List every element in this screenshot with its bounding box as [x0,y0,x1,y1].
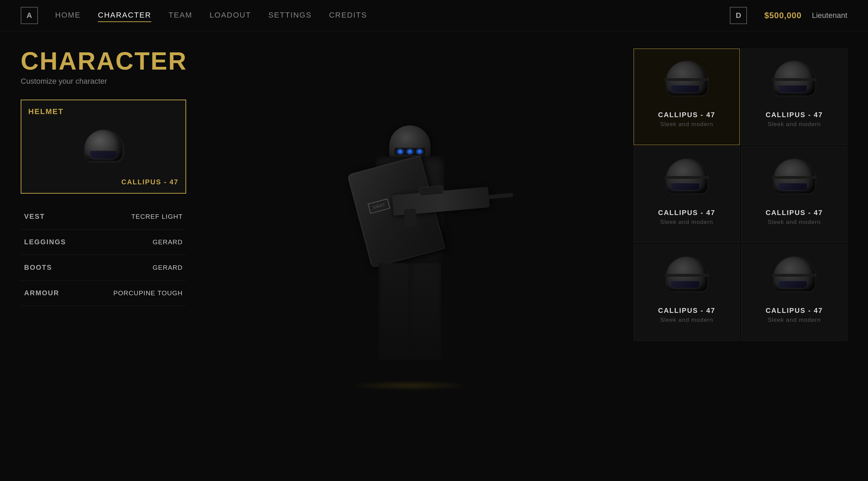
nav-item-character[interactable]: CHARACTER [98,9,151,22]
item-card-5[interactable]: CALLIPUS - 47 Sleek and modern [741,244,847,341]
helmet-label: HELMET [28,107,179,116]
item-helm-visor-4 [670,281,700,288]
item-helm-band-2 [664,176,709,179]
nvg-lens-2 [406,149,414,155]
nav-icon-d[interactable]: D [730,7,747,24]
char-legs [379,263,441,360]
item-helmet-visual-5 [768,255,820,300]
item-helm-visor-1 [778,85,807,93]
item-name-4: CALLIPUS - 47 [658,307,715,315]
item-card-4[interactable]: CALLIPUS - 47 Sleek and modern [634,244,740,341]
helmet-visor [90,151,117,159]
char-helmet [389,125,431,160]
gear-vest-value: TECREF LIGHT [131,213,183,221]
item-helm-band-5 [772,274,817,277]
item-helm-band-0 [664,78,709,81]
helmet-visual [28,120,179,175]
page-title: CHARACTER [21,49,186,73]
shield-logo: SWAT [368,198,391,214]
rifle-scope [419,185,444,196]
gear-leggings-value: GERARD [153,238,183,246]
gear-vest-label: VEST [24,213,45,221]
item-desc-0: Sleek and modern [660,121,713,128]
left-panel: CHARACTER Customize your character HELME… [21,49,186,464]
nav-credits: $500,000 [764,11,801,20]
gear-item-boots[interactable]: BOOTS GERARD [21,255,186,280]
item-helm-band-4 [664,274,709,277]
item-helm-band-1 [772,78,817,81]
gear-item-armour[interactable]: ARMOUR PORCUPINE TOUGH [21,280,186,306]
gear-armour-value: PORCUPINE TOUGH [113,289,183,297]
item-desc-5: Sleek and modern [768,317,821,324]
page-subtitle: Customize your character [21,77,186,86]
right-panel: CALLIPUS - 47 Sleek and modern CALLIPUS … [634,49,847,464]
nav-rank: Lieutenant [812,11,847,20]
item-helmet-visual-2 [661,157,713,202]
nav-item-team[interactable]: TEAM [169,9,192,22]
helmet-card[interactable]: HELMET CALLIPUS - 47 [21,100,186,194]
gear-armour-label: ARMOUR [24,289,59,297]
char-leg-left [382,263,407,360]
item-name-0: CALLIPUS - 47 [658,111,715,119]
character-preview-panel: SWAT [200,49,620,464]
gear-item-leggings[interactable]: LEGGINGS GERARD [21,229,186,255]
nav-item-loadout[interactable]: LOADOUT [210,9,251,22]
item-card-0[interactable]: CALLIPUS - 47 Sleek and modern [634,49,740,145]
gear-list: VEST TECREF LIGHT LEGGINGS GERARD BOOTS … [21,204,186,306]
gear-leggings-label: LEGGINGS [24,238,66,246]
ground-glow [350,380,470,391]
rifle-grip [404,208,417,227]
item-helm-visor-3 [778,183,807,191]
item-name-3: CALLIPUS - 47 [766,209,823,217]
gear-boots-value: GERARD [153,264,183,272]
helmet-3d-model [81,128,126,166]
nav-item-settings[interactable]: SETTINGS [268,9,312,22]
nav-items: HOME CHARACTER TEAM LOADOUT SETTINGS CRE… [55,9,713,22]
item-card-3[interactable]: CALLIPUS - 47 Sleek and modern [741,146,847,243]
nav-item-credits[interactable]: CREDITS [329,9,367,22]
nvg-lens-3 [416,149,423,155]
item-desc-2: Sleek and modern [660,219,713,226]
helmet-name: CALLIPUS - 47 [28,178,179,186]
item-name-1: CALLIPUS - 47 [766,111,823,119]
item-card-1[interactable]: CALLIPUS - 47 Sleek and modern [741,49,847,145]
items-grid: CALLIPUS - 47 Sleek and modern CALLIPUS … [634,49,847,341]
item-name-2: CALLIPUS - 47 [658,209,715,217]
item-helm-visor-0 [670,85,700,93]
navigation: A HOME CHARACTER TEAM LOADOUT SETTINGS C… [0,0,868,31]
char-leg-right [413,263,438,360]
character-figure: SWAT [337,115,482,398]
char-nvg [394,148,425,155]
item-helmet-visual-4 [661,255,713,300]
gear-boots-label: BOOTS [24,264,52,272]
item-name-5: CALLIPUS - 47 [766,307,823,315]
item-helmet-visual-1 [768,59,820,104]
rifle-barrel [485,193,513,199]
item-helm-band-3 [772,176,817,179]
gear-item-vest[interactable]: VEST TECREF LIGHT [21,204,186,229]
item-helmet-visual-0 [661,59,713,104]
nvg-lens-1 [396,149,404,155]
item-helmet-visual-3 [768,157,820,202]
nav-item-home[interactable]: HOME [55,9,81,22]
main-content: CHARACTER Customize your character HELME… [0,31,868,481]
item-helm-visor-2 [670,183,700,191]
nav-right: $500,000 Lieutenant [764,11,847,20]
item-desc-1: Sleek and modern [768,121,821,128]
nav-icon-a[interactable]: A [21,7,38,24]
item-card-2[interactable]: CALLIPUS - 47 Sleek and modern [634,146,740,243]
item-helm-visor-5 [778,281,807,288]
item-desc-4: Sleek and modern [660,317,713,324]
character-preview: SWAT [324,101,496,411]
item-desc-3: Sleek and modern [768,219,821,226]
